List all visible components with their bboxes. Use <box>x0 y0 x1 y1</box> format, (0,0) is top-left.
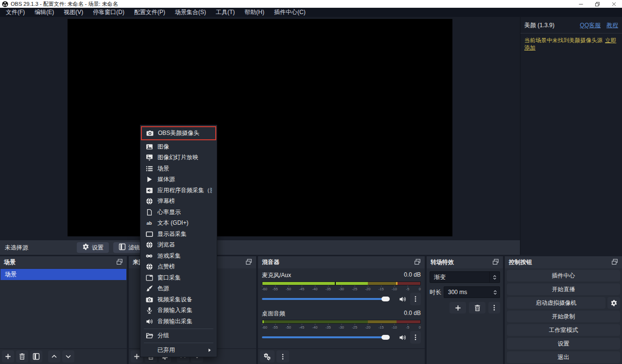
mixer-menu-button[interactable] <box>276 350 289 363</box>
media-play-icon <box>145 176 153 183</box>
meter-tick-label: 0 <box>419 325 421 330</box>
context-menu-item[interactable]: 游戏采集 <box>140 250 217 262</box>
control-button[interactable]: 启动虚拟摄像机 <box>507 297 605 309</box>
menu-item-label: 音频输入采集 <box>157 306 192 314</box>
scene-down-button[interactable] <box>62 350 74 363</box>
context-menu-item[interactable]: 音频输入采集 <box>140 305 217 316</box>
control-button[interactable]: 插件中心 <box>507 270 620 281</box>
transitions-panel: 转场特效 渐变 时长 300 ms <box>427 256 503 364</box>
slider-handle[interactable] <box>381 335 390 340</box>
scenes-toolbar <box>0 348 127 364</box>
menubar-item[interactable]: 配置文件(P) <box>129 8 170 17</box>
scene-up-button[interactable] <box>48 350 60 363</box>
context-menu-item[interactable]: 点赞榜 <box>140 262 217 273</box>
duration-label: 时长 <box>430 288 441 297</box>
context-menu-item[interactable]: 窗口采集 <box>140 272 217 283</box>
menubar-item[interactable]: 插件中心(C) <box>269 8 311 17</box>
context-menu-item[interactable]: 分组 <box>140 331 217 342</box>
menu-item-label: 场景 <box>157 165 169 173</box>
meter-peak-marker <box>396 282 397 285</box>
menu-item-label: 视频采集设备 <box>157 296 192 304</box>
context-menu-item[interactable]: 弹幕榜 <box>140 196 217 207</box>
mixer-panel: 混音器 麦克风/Aux0.0 dB-60-55-50-45-40-35-30-2… <box>258 256 425 364</box>
virtual-camera-settings-button[interactable] <box>607 297 620 309</box>
source-filters-label: 滤镜 <box>128 244 140 252</box>
channel-menu-button[interactable] <box>410 293 421 305</box>
preview-canvas[interactable] <box>68 19 452 236</box>
obs-logo-icon <box>2 1 8 7</box>
scene-list-icon <box>145 165 153 172</box>
popout-dock-icon[interactable] <box>116 259 123 266</box>
context-menu-item[interactable]: 视频采集设备 <box>140 294 217 305</box>
menubar-item[interactable]: 文件(F) <box>1 8 30 17</box>
popout-dock-icon[interactable] <box>492 259 499 266</box>
context-menu-item[interactable]: 浏览器 <box>140 240 217 251</box>
popout-dock-icon[interactable] <box>245 259 252 266</box>
mute-speaker-icon[interactable] <box>398 296 407 303</box>
duration-input[interactable]: 300 ms <box>444 286 500 298</box>
menu-item-label: 应用程序音频采集（测试） <box>157 186 212 195</box>
minimize-button[interactable] <box>572 0 589 8</box>
control-button[interactable]: 退出 <box>507 351 620 363</box>
context-menu-item[interactable]: 应用程序音频采集（测试） <box>140 185 217 196</box>
context-menu-item[interactable]: 图像 <box>140 141 217 152</box>
restore-button[interactable] <box>589 0 605 8</box>
advanced-audio-button[interactable] <box>260 350 275 363</box>
menu-item-label: 分组 <box>157 331 169 340</box>
context-menu-item[interactable]: 媒体源 <box>140 174 217 185</box>
scene-filters-button[interactable] <box>30 350 42 363</box>
scenes-panel-header: 场景 <box>0 256 127 268</box>
context-menu-item[interactable]: 音频输出采集 <box>140 316 217 327</box>
folder-icon <box>145 332 153 340</box>
meter-tick-label: -15 <box>379 325 384 330</box>
remove-transition-button[interactable] <box>469 302 485 314</box>
context-menu-item[interactable]: 已弃用 <box>140 345 217 356</box>
context-menu-item[interactable]: 场景 <box>140 163 217 174</box>
menubar-item[interactable]: 工具(T) <box>211 8 240 17</box>
close-button[interactable] <box>605 0 622 8</box>
control-button[interactable]: 设置 <box>507 338 620 349</box>
menu-item-label: 音频输出采集 <box>157 317 192 326</box>
transition-menu-button[interactable] <box>488 302 500 314</box>
mixer-channels: 麦克风/Aux0.0 dB-60-55-50-45-40-35-30-25-20… <box>258 268 425 348</box>
tutorial-link[interactable]: 教程 <box>606 21 618 30</box>
context-menu-item[interactable]: 显示器采集 <box>140 229 217 240</box>
menubar-item[interactable]: 场景集合(S) <box>170 8 211 17</box>
context-menu-item[interactable]: OBS美颜摄像头 <box>141 126 216 140</box>
meter-tick-label: -55 <box>273 325 278 330</box>
transition-select[interactable]: 渐变 <box>430 271 500 283</box>
volume-slider[interactable] <box>262 296 395 302</box>
menubar-item[interactable]: 视图(V) <box>59 8 88 17</box>
meter-tick-label: -50 <box>286 287 291 291</box>
qq-support-link[interactable]: QQ客服 <box>580 21 601 30</box>
menubar-item[interactable]: 停靠窗口(D) <box>88 8 129 17</box>
menu-item-label: 心率显示 <box>157 208 181 216</box>
source-settings-button[interactable]: 设置 <box>77 242 109 253</box>
channel-menu-button[interactable] <box>410 331 421 344</box>
context-menu-item[interactable]: 色源 <box>140 283 217 295</box>
popout-dock-icon[interactable] <box>611 259 618 266</box>
mute-speaker-icon[interactable] <box>398 334 407 341</box>
control-button[interactable]: 开始录制 <box>507 311 620 322</box>
control-button[interactable]: 开始直播 <box>507 283 620 295</box>
popout-dock-icon[interactable] <box>414 259 421 266</box>
source-settings-label: 设置 <box>92 244 104 252</box>
brush-icon <box>145 285 153 293</box>
scene-list-item[interactable]: 场景 <box>0 269 126 280</box>
context-menu-item[interactable]: 心率显示 <box>140 207 217 218</box>
control-button[interactable]: 工作室模式 <box>507 324 620 336</box>
context-menu-item[interactable]: ab文本 (GDI+) <box>140 218 217 229</box>
remove-scene-button[interactable] <box>16 350 28 363</box>
volume-slider[interactable] <box>262 334 395 340</box>
submenu-arrow-icon <box>207 348 212 352</box>
spinner-arrows-icon[interactable] <box>491 289 500 296</box>
add-scene-button[interactable] <box>2 350 14 363</box>
menubar-item[interactable]: 编辑(E) <box>30 8 59 17</box>
context-menu-item[interactable]: 图像幻灯片放映 <box>140 152 217 164</box>
add-transition-button[interactable] <box>449 302 466 314</box>
menubar-item[interactable]: 帮助(H) <box>240 8 269 17</box>
slider-handle[interactable] <box>381 297 390 301</box>
source-context-toolbar: 未选择源 设置 滤镜 <box>0 240 520 255</box>
beauty-warning: 当前场景中未找到美颜摄像头源 立即添加 <box>520 33 622 51</box>
meter-level-notch <box>335 282 336 285</box>
